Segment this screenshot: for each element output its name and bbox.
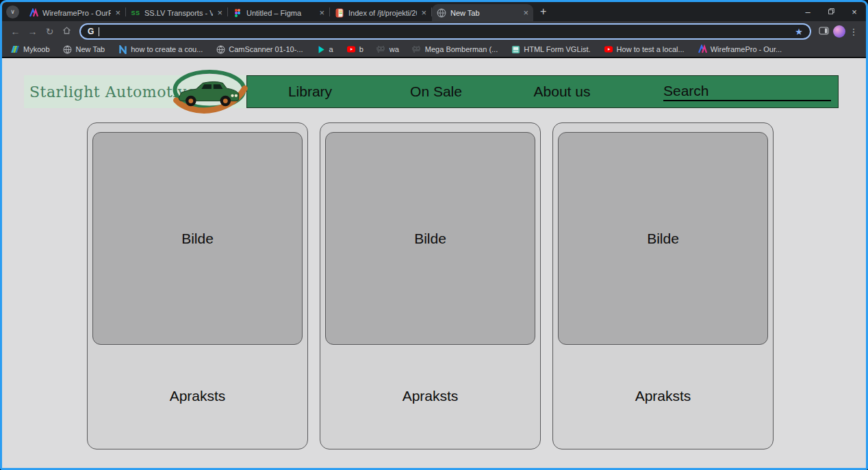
mykoob-icon bbox=[10, 44, 20, 54]
site-header: Starlight Automotives Library On Sale Ab… bbox=[24, 75, 839, 108]
card-image-placeholder: Bilde bbox=[558, 132, 768, 345]
youtube-icon bbox=[604, 44, 613, 54]
close-icon[interactable]: × bbox=[319, 8, 324, 17]
browser-menu-button[interactable]: ⋮ bbox=[847, 27, 860, 37]
tab-new-tab-active[interactable]: New Tab × bbox=[432, 4, 533, 21]
tab-figma[interactable]: Untitled – Figma × bbox=[228, 4, 329, 21]
close-icon[interactable]: × bbox=[523, 8, 528, 17]
close-icon[interactable]: × bbox=[421, 8, 426, 17]
chevron-down-icon: ∨ bbox=[10, 8, 15, 15]
sslv-icon: SS bbox=[131, 8, 140, 18]
wireframepro-icon bbox=[29, 8, 38, 18]
plus-icon: + bbox=[540, 5, 546, 17]
minimize-button[interactable]: – bbox=[796, 2, 819, 21]
restore-button[interactable] bbox=[819, 2, 843, 21]
page-content: Starlight Automotives Library On Sale Ab… bbox=[2, 58, 866, 468]
home-icon bbox=[62, 25, 72, 38]
play-icon bbox=[316, 44, 326, 54]
new-tab-button[interactable]: + bbox=[540, 6, 546, 17]
bookmark-label: CamScanner 01-10-... bbox=[229, 45, 303, 53]
bookmark-how-to-create[interactable]: how to create a cou... bbox=[118, 44, 203, 54]
card-image-placeholder: Bilde bbox=[325, 132, 535, 345]
bookmark-new-tab[interactable]: New Tab bbox=[63, 44, 105, 54]
globe-icon bbox=[437, 8, 446, 18]
bookmark-mykoob[interactable]: Mykoob bbox=[10, 44, 50, 54]
forward-button[interactable]: → bbox=[25, 24, 40, 40]
nav-search-field[interactable]: Search bbox=[663, 83, 831, 101]
back-button[interactable]: ← bbox=[8, 24, 23, 40]
close-icon[interactable]: × bbox=[115, 8, 120, 17]
bookmark-label: New Tab bbox=[76, 45, 105, 53]
youtube-icon bbox=[346, 44, 356, 54]
bookmark-label: b bbox=[359, 45, 363, 53]
address-bar[interactable]: G ★ bbox=[79, 23, 811, 40]
bookmark-b[interactable]: b bbox=[346, 44, 363, 54]
side-panel-icon bbox=[819, 26, 829, 38]
reload-button[interactable]: ↻ bbox=[42, 24, 58, 40]
bookmarks-bar: Mykoob New Tab how to create a cou... Ca… bbox=[2, 42, 866, 58]
tab-title: SS.LV Transports - Vieglie auto bbox=[144, 9, 213, 17]
restore-icon bbox=[827, 7, 835, 17]
nav-item-library[interactable]: Library bbox=[247, 83, 373, 100]
globe-icon bbox=[63, 44, 73, 54]
google-g-icon: G bbox=[88, 27, 94, 36]
browser-window: ∨ WireframePro - OurPipe Home × SS SS.LV… bbox=[0, 0, 868, 470]
bookmark-wireframepro[interactable]: WireframePro - Our... bbox=[698, 44, 782, 54]
minimize-icon: – bbox=[805, 7, 810, 17]
bookmark-vglist[interactable]: HTML Form VGList. bbox=[511, 44, 590, 54]
bookmark-label: Mykoob bbox=[23, 45, 50, 53]
bookmark-mega-bomberman[interactable]: Mega Bomberman (... bbox=[412, 44, 498, 54]
figma-icon bbox=[233, 8, 242, 18]
card-description-placeholder: Apraksts bbox=[553, 345, 773, 447]
tab-title: Untitled – Figma bbox=[246, 9, 315, 17]
bookmark-label: Mega Bomberman (... bbox=[425, 45, 498, 53]
product-card[interactable]: Bilde Apraksts bbox=[552, 122, 774, 449]
bookmark-camscanner[interactable]: CamScanner 01-10-... bbox=[216, 44, 303, 54]
bookmark-wa[interactable]: wa bbox=[376, 44, 399, 54]
close-icon[interactable]: × bbox=[217, 8, 222, 17]
profile-avatar[interactable] bbox=[833, 25, 845, 38]
space-invader-icon bbox=[376, 44, 386, 54]
main-nav: Library On Sale About us Search bbox=[246, 75, 839, 108]
card-image-placeholder: Bilde bbox=[92, 132, 303, 345]
card-description-placeholder: Apraksts bbox=[320, 345, 540, 447]
forward-icon: → bbox=[28, 26, 38, 37]
tab-wireframepro[interactable]: WireframePro - OurPipe Home × bbox=[24, 4, 125, 21]
logo-banner: Starlight Automotives bbox=[24, 75, 246, 108]
bookmark-how-to-test[interactable]: How to test a local... bbox=[604, 44, 685, 54]
card-grid: Bilde Apraksts Bilde Apraksts Bilde Apra… bbox=[87, 122, 866, 449]
text-caret bbox=[99, 27, 99, 36]
tab-search-button[interactable]: ∨ bbox=[6, 5, 19, 18]
reload-icon: ↻ bbox=[46, 26, 54, 37]
wireframepro-icon bbox=[698, 44, 707, 54]
bookmark-label: HTML Form VGList. bbox=[524, 45, 590, 53]
bookmark-star-icon[interactable]: ★ bbox=[795, 27, 803, 37]
globe-icon bbox=[216, 44, 225, 54]
tab-title: New Tab bbox=[450, 9, 519, 17]
product-card[interactable]: Bilde Apraksts bbox=[320, 122, 541, 449]
close-icon: × bbox=[852, 7, 857, 17]
bookmark-label: a bbox=[329, 45, 333, 53]
bookmark-a[interactable]: a bbox=[316, 44, 333, 54]
side-panel-button[interactable] bbox=[816, 24, 832, 40]
vglist-icon bbox=[511, 44, 520, 54]
nav-item-on-sale[interactable]: On Sale bbox=[373, 83, 499, 100]
tab-sslv[interactable]: SS SS.LV Transports - Vieglie auto × bbox=[126, 4, 227, 21]
browser-toolbar: ← → ↻ G ★ ⋮ bbox=[2, 21, 866, 42]
blue-n-icon bbox=[118, 44, 127, 54]
car-logo-icon bbox=[168, 68, 251, 115]
bookmark-label: WireframePro - Our... bbox=[711, 45, 782, 53]
nav-item-about-us[interactable]: About us bbox=[499, 83, 625, 100]
tab-title: WireframePro - OurPipe Home bbox=[42, 9, 111, 17]
space-invader-icon bbox=[412, 44, 422, 54]
tab-index-projekti[interactable]: Index of /jt/projekti/2023/ × bbox=[330, 4, 431, 21]
tab-title: Index of /jt/projekti/2023/ bbox=[348, 9, 417, 17]
window-controls: – × bbox=[796, 2, 866, 21]
product-card[interactable]: Bilde Apraksts bbox=[87, 122, 308, 449]
bookmark-label: how to create a cou... bbox=[131, 45, 203, 53]
home-button[interactable] bbox=[59, 24, 75, 40]
close-window-button[interactable]: × bbox=[843, 2, 866, 21]
tab-strip: ∨ WireframePro - OurPipe Home × SS SS.LV… bbox=[2, 2, 866, 21]
index-notebook-icon bbox=[335, 8, 344, 18]
card-description-placeholder: Apraksts bbox=[88, 345, 307, 447]
